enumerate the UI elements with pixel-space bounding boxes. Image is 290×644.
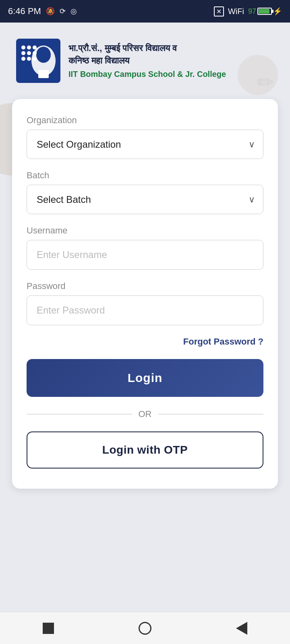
nav-home-button[interactable]: [135, 618, 155, 638]
password-label: Password: [27, 281, 263, 291]
svg-point-9: [21, 57, 25, 61]
organization-field-group: Organization Select Organization ∨: [27, 115, 263, 159]
charging-icon: ⚡: [273, 7, 282, 16]
otp-login-button[interactable]: Login with OTP: [27, 431, 263, 469]
time-display: 6:46 PM: [8, 6, 41, 17]
battery-indicator: 97 ⚡: [248, 7, 282, 16]
svg-point-8: [33, 51, 37, 55]
status-left: 6:46 PM 🔕 ⟳ ◎: [8, 6, 77, 17]
username-label: Username: [27, 225, 263, 236]
svg-rect-12: [38, 70, 49, 78]
square-icon: [43, 623, 54, 634]
login-form-card: Organization Select Organization ∨ Batch…: [12, 99, 278, 489]
triangle-icon: [236, 622, 247, 635]
status-right: ✕ WiFi 97 ⚡: [214, 6, 282, 17]
mute-icon: 🔕: [46, 7, 55, 16]
bottom-navigation: [0, 612, 290, 644]
or-line-left: [27, 414, 132, 415]
forgot-password-row: Forgot Password ?: [27, 336, 263, 347]
or-divider: OR: [27, 409, 263, 419]
main-content: भा.प्रौ.सं., मुम्बई परिसर विद्यालय व कनि…: [0, 23, 290, 497]
organization-select[interactable]: Select Organization: [27, 130, 263, 159]
organization-label: Organization: [27, 115, 263, 126]
or-line-right: [158, 414, 264, 415]
screen-off-icon: ✕: [214, 6, 224, 17]
batch-label: Batch: [27, 170, 263, 181]
wifi-icon: WiFi: [228, 7, 244, 16]
school-logo: [16, 39, 60, 83]
svg-point-11: [33, 57, 37, 61]
logo-hindi-text: भा.प्रौ.सं., मुम्बई परिसर विद्यालय व कनि…: [68, 42, 274, 67]
battery-bar: [257, 8, 272, 15]
svg-point-10: [27, 57, 31, 61]
nav-square-button[interactable]: [38, 618, 58, 638]
or-text: OR: [139, 409, 152, 419]
forgot-password-link[interactable]: Forgot Password ?: [183, 336, 263, 347]
login-button[interactable]: Login: [27, 359, 263, 397]
status-bar: 6:46 PM 🔕 ⟳ ◎ ✕ WiFi 97 ⚡: [0, 0, 290, 23]
circle-icon: [139, 622, 151, 635]
batch-field-group: Batch Select Batch ∨: [27, 170, 263, 214]
battery-fill: [259, 9, 269, 14]
logo-section: भा.प्रौ.सं., मुम्बई परिसर विद्यालय व कनि…: [12, 39, 278, 83]
sync-icon: ⟳: [60, 7, 66, 16]
battery-percent: 97: [248, 7, 256, 16]
username-input[interactable]: [27, 240, 263, 270]
password-field-group: Password: [27, 281, 263, 325]
username-field-group: Username: [27, 225, 263, 270]
batch-select[interactable]: Select Batch: [27, 185, 263, 214]
svg-point-5: [33, 45, 37, 50]
svg-point-6: [21, 51, 25, 55]
svg-point-2: [36, 47, 51, 63]
organization-select-wrapper[interactable]: Select Organization ∨: [27, 130, 263, 159]
svg-point-7: [27, 51, 31, 55]
location-icon: ◎: [70, 7, 77, 16]
svg-point-4: [27, 45, 31, 50]
password-input[interactable]: [27, 295, 263, 325]
logo-english-text: IIT Bombay Campus School & Jr. College: [68, 69, 274, 79]
nav-back-button[interactable]: [232, 618, 252, 638]
logo-text-block: भा.प्रौ.सं., मुम्बई परिसर विद्यालय व कनि…: [68, 42, 274, 79]
svg-point-3: [21, 45, 25, 50]
batch-select-wrapper[interactable]: Select Batch ∨: [27, 185, 263, 214]
